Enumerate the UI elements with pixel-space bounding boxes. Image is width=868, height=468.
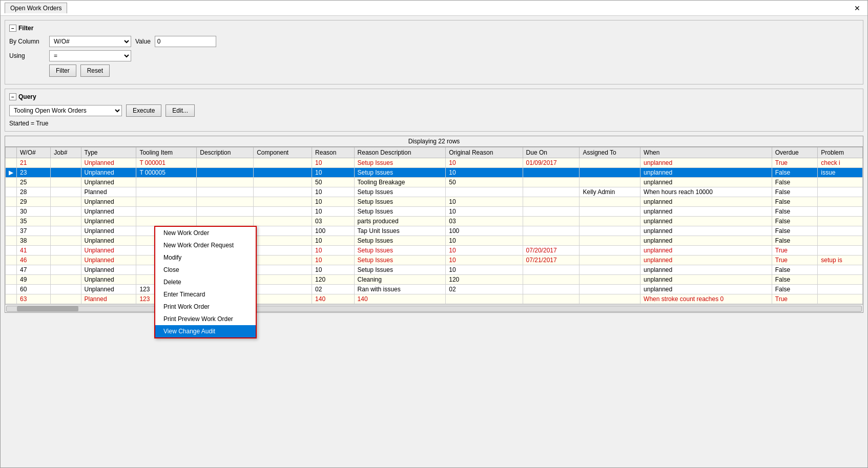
- assigned-to-cell: [580, 275, 640, 285]
- problem-cell: [818, 246, 863, 256]
- row-indicator-cell: [6, 217, 17, 226]
- title-bar: Open Work Orders ✕: [1, 1, 867, 16]
- problem-cell: [818, 236, 863, 246]
- row-indicator-cell: [6, 256, 17, 265]
- col-reason[interactable]: Reason: [312, 147, 355, 158]
- tooling-cell: [136, 207, 197, 217]
- col-reason-desc[interactable]: Reason Description: [354, 147, 446, 158]
- value-input[interactable]: [155, 36, 216, 47]
- filter-section-label: Filter: [18, 25, 33, 32]
- menu-item-enter-timecard[interactable]: Enter Timecard: [155, 288, 256, 301]
- table-row[interactable]: 37Unplanned100Tap Unit Issues100unplanne…: [6, 226, 863, 236]
- table-row[interactable]: 47Unplanned10Setup Issues10unplannedFals…: [6, 265, 863, 275]
- horizontal-scrollbar-thumb[interactable]: [17, 306, 78, 311]
- job-cell: [51, 178, 81, 187]
- col-wo[interactable]: W/O#: [17, 147, 51, 158]
- problem-cell: [818, 294, 863, 304]
- due-on-cell: [523, 236, 580, 246]
- orig-reason-cell: [446, 294, 523, 304]
- due-on-cell: [523, 285, 580, 294]
- table-row[interactable]: 63Planned123140140When stroke count reac…: [6, 294, 863, 304]
- col-overdue[interactable]: Overdue: [772, 147, 818, 158]
- col-orig-reason[interactable]: Original Reason: [446, 147, 523, 158]
- row-indicator-cell: [6, 158, 17, 168]
- table-row[interactable]: 46Unplanned10Setup Issues1007/21/2017unp…: [6, 256, 863, 265]
- table-row[interactable]: 25Unplanned50Tooling Breakage50unplanned…: [6, 178, 863, 187]
- col-tooling[interactable]: Tooling Item: [136, 147, 197, 158]
- wo-cell: 63: [17, 294, 51, 304]
- due-on-cell: [523, 207, 580, 217]
- type-cell: Unplanned: [81, 168, 136, 178]
- menu-item-print-work-order[interactable]: Print Work Order: [155, 301, 256, 313]
- reason-desc-cell: Setup Issues: [354, 265, 446, 275]
- col-when[interactable]: When: [640, 147, 772, 158]
- type-cell: Unplanned: [81, 158, 136, 168]
- table-row[interactable]: 29Unplanned10Setup Issues10unplannedFals…: [6, 197, 863, 207]
- job-cell: [51, 294, 81, 304]
- table-row[interactable]: ▶23UnplannedT 00000510Setup Issues10unpl…: [6, 168, 863, 178]
- table-row[interactable]: 60Unplanned12302Ran with issues02unplann…: [6, 285, 863, 294]
- col-type[interactable]: Type: [81, 147, 136, 158]
- assigned-to-cell: [580, 168, 640, 178]
- row-indicator-cell: [6, 246, 17, 256]
- assigned-to-cell: [580, 226, 640, 236]
- table-row[interactable]: 28Planned10Setup IssuesKelly AdminWhen h…: [6, 187, 863, 197]
- problem-cell: [818, 265, 863, 275]
- using-select[interactable]: = <> < > <= >= contains: [49, 50, 131, 61]
- menu-item-close[interactable]: Close: [155, 264, 256, 276]
- table-row[interactable]: 49Unplanned120Cleaning120unplannedFalse: [6, 275, 863, 285]
- col-due-on[interactable]: Due On: [523, 147, 580, 158]
- wo-cell: 35: [17, 217, 51, 226]
- query-select[interactable]: Tooling Open Work Orders: [9, 105, 122, 116]
- overdue-cell: False: [772, 236, 818, 246]
- col-assigned-to[interactable]: Assigned To: [580, 147, 640, 158]
- wo-cell: 46: [17, 256, 51, 265]
- col-job[interactable]: Job#: [51, 147, 81, 158]
- menu-item-new-work-order[interactable]: New Work Order: [155, 227, 256, 239]
- reset-button[interactable]: Reset: [80, 65, 110, 77]
- reason-cell: 10: [312, 168, 355, 178]
- row-indicator-cell: ▶: [6, 168, 17, 178]
- overdue-cell: False: [772, 265, 818, 275]
- col-description[interactable]: Description: [197, 147, 254, 158]
- execute-button[interactable]: Execute: [126, 104, 161, 117]
- reason-cell: 10: [312, 246, 355, 256]
- query-collapse-button[interactable]: −: [9, 93, 16, 100]
- open-work-orders-tab[interactable]: Open Work Orders: [5, 3, 67, 13]
- wo-cell: 29: [17, 197, 51, 207]
- description-cell: [197, 207, 254, 217]
- table-row[interactable]: 41Unplanned10Setup Issues1007/20/2017unp…: [6, 246, 863, 256]
- filter-buttons-row: Filter Reset: [49, 65, 859, 77]
- title-bar-left: Open Work Orders: [5, 3, 67, 13]
- overdue-cell: True: [772, 158, 818, 168]
- component-cell: [254, 178, 312, 187]
- table-row[interactable]: 21UnplannedT 00000110Setup Issues1001/09…: [6, 158, 863, 168]
- col-problem[interactable]: Problem: [818, 147, 863, 158]
- menu-item-modify[interactable]: Modify: [155, 251, 256, 264]
- description-cell: [197, 187, 254, 197]
- orig-reason-cell: 50: [446, 178, 523, 187]
- table-row[interactable]: 38Unplanned10Setup Issues10unplannedFals…: [6, 236, 863, 246]
- table-row[interactable]: 35Unplanned03parts produced03unplannedFa…: [6, 217, 863, 226]
- row-indicator-cell: [6, 226, 17, 236]
- overdue-cell: False: [772, 178, 818, 187]
- due-on-cell: [523, 265, 580, 275]
- query-info: Started = True: [9, 120, 859, 127]
- edit-button[interactable]: Edit...: [166, 104, 195, 117]
- close-button[interactable]: ✕: [851, 3, 863, 13]
- by-column-select[interactable]: W/O# Job# Type Tooling Item Description …: [49, 36, 131, 47]
- reason-desc-cell: Cleaning: [354, 275, 446, 285]
- using-row: Using = <> < > <= >= contains: [9, 50, 859, 61]
- wo-cell: 47: [17, 265, 51, 275]
- menu-item-new-work-order-request[interactable]: New Work Order Request: [155, 239, 256, 251]
- col-component[interactable]: Component: [254, 147, 312, 158]
- assigned-to-cell: [580, 207, 640, 217]
- problem-cell: [818, 207, 863, 217]
- menu-item-delete[interactable]: Delete: [155, 276, 256, 288]
- filter-collapse-button[interactable]: −: [9, 25, 16, 32]
- by-column-label: By Column: [9, 38, 45, 45]
- table-row[interactable]: 30Unplanned10Setup Issues10unplannedFals…: [6, 207, 863, 217]
- grid-table-wrapper[interactable]: W/O# Job# Type Tooling Item Description …: [5, 147, 863, 304]
- horizontal-scrollbar[interactable]: [6, 306, 862, 312]
- filter-button[interactable]: Filter: [49, 65, 76, 77]
